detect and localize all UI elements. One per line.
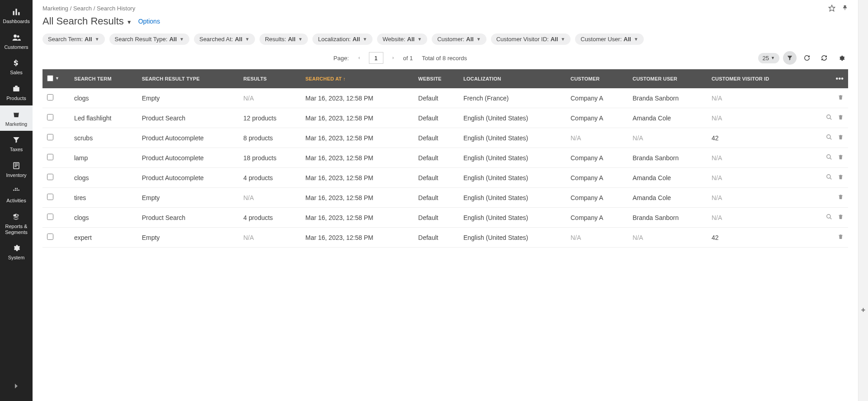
table-row[interactable]: expertEmptyN/AMar 16, 2023, 12:58 PMDefa…	[42, 228, 848, 248]
sidebar-item-label: Reports & Segments	[1, 224, 32, 235]
sidebar-item-system[interactable]: System	[0, 239, 33, 265]
cell-results: 12 products	[239, 108, 301, 128]
options-link[interactable]: Options	[138, 18, 160, 25]
cell-customer_user: Amanda Cole	[628, 168, 707, 188]
main-sidebar: DashboardsCustomersSalesProductsMarketin…	[0, 0, 33, 401]
row-delete-button[interactable]	[838, 174, 844, 180]
filter-toggle-button[interactable]	[783, 51, 797, 65]
table-row[interactable]: lampProduct Autocomplete18 productsMar 1…	[42, 148, 848, 168]
chip-value: All	[288, 36, 296, 43]
caret-down-icon: ▼	[417, 37, 422, 42]
sidebar-item-marketing[interactable]: Marketing	[0, 105, 33, 131]
cell-visitor_id: N/A	[707, 148, 803, 168]
column-header-customer_user[interactable]: CUSTOMER USER	[628, 69, 707, 88]
page-input[interactable]	[369, 52, 383, 64]
caret-down-icon: ▼	[771, 56, 775, 60]
column-header-actions[interactable]: •••	[803, 69, 848, 88]
pagesize-dropdown[interactable]: 25 ▼	[758, 53, 779, 63]
page-prev-button[interactable]	[354, 54, 364, 62]
favorite-star-icon[interactable]	[828, 5, 835, 12]
table-row[interactable]: clogsEmptyN/AMar 16, 2023, 12:58 PMDefau…	[42, 88, 848, 108]
row-search-button[interactable]	[826, 154, 832, 160]
pin-icon[interactable]	[842, 5, 848, 12]
grid-settings-button[interactable]	[835, 51, 848, 65]
column-header-visitor_id[interactable]: CUSTOMER VISITOR ID	[707, 69, 803, 88]
filter-chip-website[interactable]: Website: All▼	[377, 33, 427, 45]
caret-down-icon: ▼	[95, 37, 99, 42]
column-header-website[interactable]: WEBSITE	[414, 69, 459, 88]
sidebar-item-activities[interactable]: Activities	[0, 182, 33, 208]
filter-chip-customer-visitor-id[interactable]: Customer Visitor ID: All▼	[491, 33, 571, 45]
cell-term: clogs	[70, 88, 137, 108]
breadcrumb[interactable]: Marketing / Search / Search History	[42, 5, 135, 12]
chip-label: Website:	[382, 36, 405, 43]
select-all-checkbox[interactable]: ▼	[47, 75, 59, 81]
refresh-button[interactable]	[800, 51, 814, 65]
column-header-customer[interactable]: CUSTOMER	[566, 69, 628, 88]
row-checkbox[interactable]	[47, 114, 53, 120]
cell-customer: N/A	[566, 128, 628, 148]
sidebar-item-label: Marketing	[5, 121, 27, 127]
cell-results: 18 products	[239, 148, 301, 168]
row-delete-button[interactable]	[838, 234, 844, 240]
row-delete-button[interactable]	[838, 214, 844, 220]
cell-results: N/A	[239, 88, 301, 108]
page-title-dropdown[interactable]: All Search Results ▼	[42, 15, 132, 27]
table-row[interactable]: clogsProduct Search4 productsMar 16, 202…	[42, 208, 848, 228]
row-checkbox[interactable]	[47, 174, 53, 180]
add-widget-button[interactable]: +	[861, 301, 865, 320]
filter-chip-localization[interactable]: Localization: All▼	[312, 33, 373, 45]
filter-chip-searched-at[interactable]: Searched At: All▼	[194, 33, 255, 45]
table-row[interactable]: tiresEmptyN/AMar 16, 2023, 12:58 PMDefau…	[42, 188, 848, 208]
cell-searched_at: Mar 16, 2023, 12:58 PM	[301, 208, 414, 228]
row-checkbox[interactable]	[47, 134, 53, 140]
sidebar-item-sales[interactable]: Sales	[0, 54, 33, 80]
cell-website: Default	[414, 168, 459, 188]
row-search-button[interactable]	[826, 214, 832, 220]
row-delete-button[interactable]	[838, 154, 844, 160]
svg-rect-0	[13, 11, 14, 15]
row-checkbox[interactable]	[47, 214, 53, 220]
sidebar-item-products[interactable]: Products	[0, 80, 33, 105]
row-checkbox[interactable]	[47, 234, 53, 240]
column-header-type[interactable]: SEARCH RESULT TYPE	[137, 69, 239, 88]
records-total: Total of 8 records	[422, 55, 467, 62]
sidebar-item-reports[interactable]: Reports & Segments	[0, 208, 33, 239]
row-delete-button[interactable]	[838, 114, 844, 120]
pagesize-value: 25	[763, 55, 769, 62]
filter-chip-customer-user[interactable]: Customer User: All▼	[575, 33, 644, 45]
row-delete-button[interactable]	[838, 94, 844, 100]
filter-chip-results[interactable]: Results: All▼	[259, 33, 308, 45]
table-row[interactable]: clogsProduct Autocomplete4 productsMar 1…	[42, 168, 848, 188]
row-checkbox[interactable]	[47, 154, 53, 160]
row-delete-button[interactable]	[838, 134, 844, 140]
page-next-button[interactable]	[388, 54, 399, 62]
table-row[interactable]: scrubsProduct Autocomplete8 productsMar …	[42, 128, 848, 148]
cell-results: 8 products	[239, 128, 301, 148]
sidebar-item-label: Dashboards	[3, 19, 29, 24]
sidebar-item-dashboards[interactable]: Dashboards	[0, 3, 33, 29]
reset-button[interactable]	[817, 51, 831, 65]
row-search-button[interactable]	[826, 174, 832, 180]
sidebar-item-customers[interactable]: Customers	[0, 29, 33, 54]
row-search-button[interactable]	[826, 134, 832, 140]
column-header-searched_at[interactable]: SEARCHED AT↑	[301, 69, 414, 88]
row-search-button[interactable]	[826, 114, 832, 120]
row-delete-button[interactable]	[838, 194, 844, 200]
row-checkbox[interactable]	[47, 94, 53, 100]
table-row[interactable]: Led flashlightProduct Search12 productsM…	[42, 108, 848, 128]
cell-term: clogs	[70, 208, 137, 228]
filter-chip-search-result-type[interactable]: Search Result Type: All▼	[109, 33, 189, 45]
column-header-term[interactable]: SEARCH TERM	[70, 69, 137, 88]
caret-down-icon: ▼	[298, 37, 303, 42]
filter-chip-search-term[interactable]: Search Term: All▼	[42, 33, 105, 45]
sidebar-item-taxes[interactable]: Taxes	[0, 131, 33, 157]
row-checkbox[interactable]	[47, 194, 53, 200]
column-header-localization[interactable]: LOCALIZATION	[459, 69, 566, 88]
sidebar-item-inventory[interactable]: Inventory	[0, 157, 33, 182]
cell-website: Default	[414, 208, 459, 228]
filter-chip-customer[interactable]: Customer: All▼	[432, 33, 486, 45]
sidebar-collapse[interactable]	[6, 376, 27, 396]
column-header-results[interactable]: RESULTS	[239, 69, 301, 88]
cell-visitor_id: N/A	[707, 168, 803, 188]
